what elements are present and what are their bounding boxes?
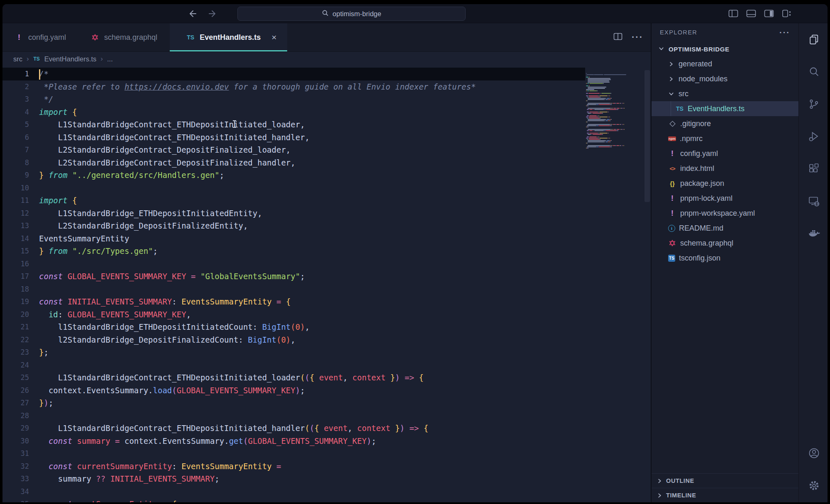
folder-src[interactable]: src [652, 86, 798, 101]
breadcrumb[interactable]: src › TS EventHandlers.ts › ... [2, 52, 651, 66]
tab-schema.graphql[interactable]: schema.graphql [78, 23, 170, 51]
toggle-panel-right-icon[interactable] [764, 10, 774, 17]
file-tsconfig.json[interactable]: TStsconfig.json [652, 251, 798, 265]
editor-more-actions-icon[interactable]: ··· [632, 32, 643, 43]
code-line[interactable]: 13 L2StandardBridge_DepositFinalizedEnti… [2, 219, 651, 232]
file-README.md[interactable]: iREADME.md [652, 221, 798, 236]
activity-files-icon[interactable] [799, 23, 828, 56]
customize-layout-icon[interactable] [782, 10, 792, 17]
activity-settings-icon[interactable] [799, 469, 828, 502]
code-line[interactable]: 35 const nextSummaryEntity = { [2, 498, 651, 502]
code-line[interactable]: 31 [2, 447, 651, 460]
back-arrow-icon[interactable] [188, 9, 198, 19]
line-number: 14 [2, 232, 39, 245]
tree-item-label: .npmrc [680, 134, 703, 143]
line-number: 28 [2, 409, 39, 422]
code-line[interactable]: 1/* [2, 68, 651, 80]
code-line[interactable]: 11import { [2, 194, 651, 207]
line-number: 27 [2, 397, 39, 409]
code-line[interactable]: 16 [2, 258, 651, 270]
code-line[interactable]: 28 [2, 409, 651, 422]
code-line[interactable]: 10 [2, 182, 651, 195]
line-number: 12 [2, 207, 39, 220]
code-line[interactable]: 20 id: GLOBAL_EVENTS_SUMMARY_KEY, [2, 308, 651, 321]
toggle-panel-bottom-icon[interactable] [746, 10, 756, 17]
forward-arrow-icon[interactable] [208, 9, 217, 19]
file-schema.graphql[interactable]: schema.graphql [652, 236, 798, 251]
title-bar: optimism-bridge [2, 4, 828, 23]
file-.npmrc[interactable]: npm.npmrc [652, 131, 798, 146]
file-pnpm-workspace.yaml[interactable]: !pnpm-workspace.yaml [652, 206, 798, 221]
code-line[interactable]: 15} from "./src/Types.gen"; [2, 245, 651, 258]
activity-extensions-icon[interactable] [799, 153, 828, 185]
code-editor[interactable]: 1/*2 *Please refer to https://docs.envio… [2, 66, 651, 502]
code-line[interactable]: 9} from "../generated/src/Handlers.gen"; [2, 169, 651, 182]
tree-item-label: README.md [679, 224, 723, 233]
code-line[interactable]: 23}; [2, 346, 651, 359]
tree-item-label: pnpm-workspace.yaml [680, 209, 755, 218]
yaml-file-icon: ! [668, 194, 676, 202]
breadcrumb-symbol[interactable]: ... [107, 55, 113, 63]
file-pnpm-lock.yaml[interactable]: !pnpm-lock.yaml [652, 191, 798, 206]
file-index.html[interactable]: <>index.html [652, 161, 798, 176]
code-line[interactable]: 3 */ [2, 93, 651, 106]
code-line[interactable]: 7 L2StandardBridgeContract_DepositFinali… [2, 144, 651, 156]
code-line[interactable]: 5 L1StandardBridgeContract_ETHDepositIni… [2, 118, 651, 131]
activity-search-icon[interactable] [799, 56, 828, 88]
activity-remote-explorer-icon[interactable] [799, 185, 828, 217]
tab-label: schema.graphql [104, 33, 157, 42]
section-timeline[interactable]: TIMELINE [652, 488, 798, 502]
code-line[interactable]: 33 summary ?? INITIAL_EVENTS_SUMMARY; [2, 472, 651, 485]
activity-bar [798, 23, 828, 502]
code-line[interactable]: 26 context.EventsSummary.load(GLOBAL_EVE… [2, 384, 651, 397]
code-line[interactable]: 25 L1StandardBridgeContract_ETHDepositIn… [2, 371, 651, 384]
code-line[interactable]: 34 [2, 485, 651, 498]
breadcrumb-folder[interactable]: src [13, 55, 22, 63]
code-line[interactable]: 4import { [2, 106, 651, 119]
line-number: 29 [2, 422, 39, 435]
tab-config.yaml[interactable]: !config.yaml [2, 23, 78, 51]
file-EventHandlers.ts[interactable]: TSEventHandlers.ts [652, 101, 798, 116]
activity-run-debug-icon[interactable] [799, 120, 828, 153]
section-outline[interactable]: OUTLINE [652, 473, 798, 488]
code-line[interactable]: 6 L1StandardBridgeContract_ETHDepositIni… [2, 131, 651, 144]
code-line[interactable]: 8 L2StandardBridgeContract_DepositFinali… [2, 156, 651, 169]
code-line[interactable]: 22 l2StandardBridge_DepositFinalizedCoun… [2, 334, 651, 346]
activity-docker-icon[interactable] [799, 217, 828, 250]
code-line[interactable]: 29 L1StandardBridgeContract_ETHDepositIn… [2, 422, 651, 435]
folder-generated[interactable]: generated [652, 56, 798, 71]
file-.gitignore[interactable]: .gitignore [652, 116, 798, 131]
graphql-file-icon [91, 33, 99, 41]
split-editor-icon[interactable] [613, 33, 622, 42]
file-config.yaml[interactable]: !config.yaml [652, 146, 798, 161]
npm-file-icon: npm [668, 136, 676, 141]
activity-account-icon[interactable] [799, 437, 828, 469]
yaml-file-icon: ! [15, 33, 23, 41]
tree-item-label: tsconfig.json [679, 254, 720, 263]
tab-EventHandlers.ts[interactable]: TSEventHandlers.ts× [170, 23, 287, 51]
explorer-more-actions-icon[interactable]: ··· [779, 28, 790, 37]
line-number: 32 [2, 460, 39, 473]
folder-node_modules[interactable]: node_modules [652, 71, 798, 86]
command-center-search[interactable]: optimism-bridge [237, 7, 466, 21]
code-line[interactable]: 18 [2, 283, 651, 296]
layout-controls [728, 4, 792, 23]
file-package.json[interactable]: {}package.json [652, 176, 798, 191]
code-line[interactable]: 21 l1StandardBridge_ETHDepositInitiatedC… [2, 321, 651, 334]
code-line[interactable]: 12 L1StandardBridge_ETHDepositInitiatedE… [2, 207, 651, 220]
tab-close-icon[interactable]: × [271, 32, 276, 42]
code-line[interactable]: 32 const currentSummaryEntity: EventsSum… [2, 460, 651, 473]
code-line[interactable]: 30 const summary = context.EventsSummary… [2, 435, 651, 448]
breadcrumb-file[interactable]: EventHandlers.ts [44, 55, 97, 63]
code-line[interactable]: 19const INITIAL_EVENTS_SUMMARY: EventsSu… [2, 295, 651, 308]
code-line[interactable]: 27}); [2, 397, 651, 409]
activity-source-control-icon[interactable] [799, 88, 828, 120]
line-number: 33 [2, 472, 39, 485]
code-line[interactable]: 24 [2, 359, 651, 372]
line-number: 34 [2, 485, 39, 498]
code-line[interactable]: 14EventsSummaryEntity [2, 232, 651, 245]
folder-OPTIMISM-BRIDGE[interactable]: OPTIMISM-BRIDGE [652, 41, 798, 56]
code-line[interactable]: 2 *Please refer to https://docs.envio.de… [2, 80, 651, 93]
toggle-panel-left-icon[interactable] [728, 10, 738, 17]
code-line[interactable]: 17const GLOBAL_EVENTS_SUMMARY_KEY = "Glo… [2, 270, 651, 283]
